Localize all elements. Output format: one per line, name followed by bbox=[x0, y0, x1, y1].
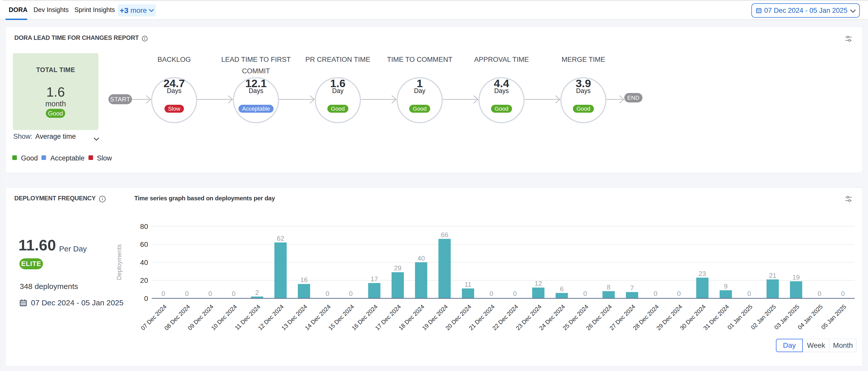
svg-text:6: 6 bbox=[560, 285, 563, 293]
svg-text:0: 0 bbox=[654, 290, 657, 297]
svg-text:0: 0 bbox=[817, 290, 821, 297]
svg-text:0: 0 bbox=[326, 290, 329, 297]
svg-text:40: 40 bbox=[417, 255, 425, 262]
svg-text:11: 11 bbox=[465, 280, 472, 288]
svg-text:0: 0 bbox=[162, 290, 165, 297]
svg-text:03 Jan 2025: 03 Jan 2025 bbox=[773, 303, 801, 331]
svg-text:66: 66 bbox=[441, 231, 448, 239]
svg-text:29: 29 bbox=[394, 264, 402, 272]
svg-text:40: 40 bbox=[140, 259, 148, 267]
svg-text:19: 19 bbox=[792, 273, 800, 281]
svg-text:16: 16 bbox=[300, 276, 308, 283]
svg-text:0: 0 bbox=[841, 290, 845, 297]
svg-text:0: 0 bbox=[747, 290, 751, 297]
svg-text:8: 8 bbox=[607, 283, 611, 291]
svg-text:0: 0 bbox=[209, 290, 212, 297]
svg-text:0: 0 bbox=[349, 290, 353, 297]
svg-text:0: 0 bbox=[583, 290, 587, 297]
svg-text:0: 0 bbox=[677, 290, 681, 297]
svg-text:0: 0 bbox=[185, 290, 188, 297]
svg-text:Deployments: Deployments bbox=[116, 244, 123, 280]
svg-text:7: 7 bbox=[630, 284, 634, 292]
svg-text:20: 20 bbox=[140, 276, 148, 284]
svg-text:17: 17 bbox=[371, 275, 378, 283]
svg-text:9: 9 bbox=[724, 282, 727, 290]
svg-text:21: 21 bbox=[769, 272, 776, 279]
svg-text:0: 0 bbox=[490, 290, 493, 297]
svg-text:23: 23 bbox=[699, 270, 706, 277]
svg-text:12: 12 bbox=[534, 279, 542, 287]
svg-text:62: 62 bbox=[277, 235, 284, 242]
svg-text:05 Jan 2025: 05 Jan 2025 bbox=[820, 303, 847, 331]
svg-text:0: 0 bbox=[513, 290, 517, 297]
svg-text:02 Jan 2025: 02 Jan 2025 bbox=[750, 303, 777, 331]
svg-text:2: 2 bbox=[255, 289, 259, 296]
svg-text:0: 0 bbox=[144, 295, 148, 303]
svg-text:60: 60 bbox=[140, 240, 148, 248]
svg-text:01 Jan 2025: 01 Jan 2025 bbox=[726, 303, 754, 331]
svg-text:04 Jan 2025: 04 Jan 2025 bbox=[796, 303, 824, 331]
svg-text:80: 80 bbox=[140, 223, 148, 231]
svg-text:0: 0 bbox=[232, 290, 235, 297]
